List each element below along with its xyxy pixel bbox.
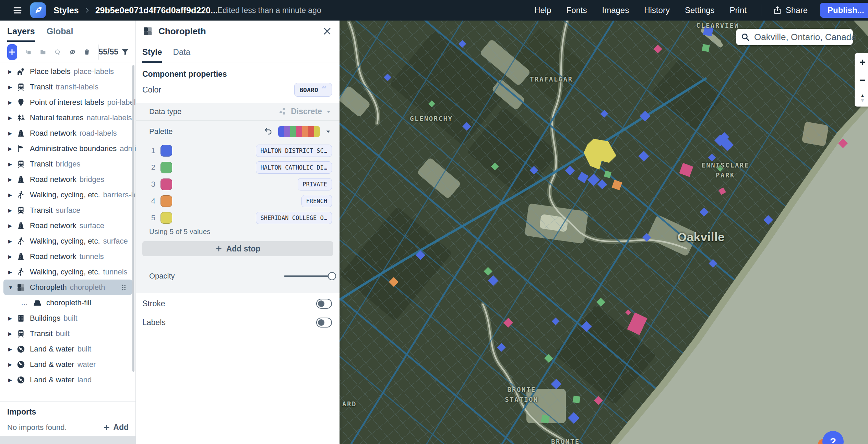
share-button[interactable]: Share [773, 5, 808, 15]
expand-arrow-icon[interactable]: ▶ [8, 238, 16, 244]
nav-link[interactable]: Settings [685, 5, 715, 15]
layer-row[interactable]: ▼ Choropleth choropleth [3, 280, 132, 295]
expand-arrow-icon[interactable]: ▶ [8, 161, 16, 167]
tab-layers[interactable]: Layers [7, 21, 35, 42]
layer-row[interactable]: ▶ Road network tunnels [3, 249, 132, 264]
layer-row[interactable]: ▶ Administrative boundaries admin [3, 141, 132, 156]
palette-stops: 1 HALTON DISTRICT SC… 2 HALTON CATHOLIC … [136, 142, 340, 226]
tab-global[interactable]: Global [47, 21, 73, 42]
zoom-in-button[interactable]: + [855, 53, 868, 71]
opacity-slider[interactable] [284, 272, 332, 281]
stop-value-chip[interactable]: FRENCH [301, 195, 332, 207]
layer-row[interactable]: ▶ Place labels place-labels [3, 64, 132, 79]
expand-arrow-icon[interactable]: ▶ [8, 362, 16, 367]
select-on-map-icon[interactable] [55, 47, 61, 57]
style-menu-icon[interactable] [201, 7, 209, 14]
expand-arrow-icon[interactable]: ▶ [8, 331, 16, 336]
close-icon[interactable] [322, 26, 332, 36]
delete-layer-icon[interactable] [84, 47, 90, 57]
layer-row[interactable]: ▶ Road network road-labels [3, 125, 132, 141]
layer-row[interactable]: ▶ Transit built [3, 326, 132, 341]
stop-color-swatch[interactable] [160, 212, 172, 224]
layer-row[interactable]: ▶ Walking, cycling, etc. tunnels [3, 264, 132, 280]
zoom-out-button[interactable]: − [855, 71, 868, 89]
expand-arrow-icon[interactable]: ▶ [8, 269, 16, 275]
expand-arrow-icon[interactable]: ▶ [8, 192, 16, 198]
duplicate-layer-icon[interactable] [25, 47, 32, 57]
compass-button[interactable]: ▲ ▼ [855, 89, 868, 107]
layer-row[interactable]: ▶ Road network bridges [3, 172, 132, 187]
stop-color-swatch[interactable] [160, 178, 172, 190]
color-value-chip[interactable]: BOARD “ [294, 83, 332, 97]
expand-arrow-icon[interactable]: ▶ [8, 115, 16, 121]
hide-layer-icon[interactable] [69, 47, 76, 57]
menu-icon[interactable] [12, 5, 23, 15]
add-stop-button[interactable]: Add stop [142, 241, 333, 256]
map-canvas[interactable]: CLEARVIEWTRAFALGARGLENORCHYENNISCLARE PA… [340, 21, 868, 444]
mapbox-logo[interactable] [30, 2, 46, 18]
expand-arrow-icon[interactable]: ▼ [8, 285, 16, 290]
nav-link[interactable]: History [644, 5, 670, 15]
expand-arrow-icon[interactable]: ▶ [8, 208, 16, 213]
breadcrumb-styles[interactable]: Styles [53, 5, 79, 15]
nav-link[interactable]: Help [534, 5, 551, 15]
drag-handle-icon[interactable] [119, 283, 128, 292]
layer-row[interactable]: ▶ Transit surface [3, 202, 132, 218]
expand-arrow-icon[interactable]: ... [21, 299, 33, 307]
stop-color-swatch[interactable] [160, 145, 172, 157]
nav-link[interactable]: Fonts [566, 5, 587, 15]
opacity-knob[interactable] [328, 272, 336, 280]
group-layers-icon[interactable] [40, 47, 46, 57]
search-query[interactable]: Oakville, Ontario, Canada [754, 32, 856, 42]
sidebar-scrollbar[interactable] [132, 65, 134, 372]
layer-row[interactable]: ▶ Land & water water [3, 357, 132, 372]
layer-row[interactable]: ▶ Land & water land [3, 372, 132, 387]
nav-link[interactable]: Images [602, 5, 629, 15]
stroke-toggle[interactable] [316, 299, 332, 309]
layer-row[interactable]: ▶ Transit bridges [3, 156, 132, 172]
layer-count[interactable]: 55/55 [98, 47, 129, 57]
style-id[interactable]: 29b5e0e071d4f76d0aff9d220... [95, 5, 198, 15]
layer-row[interactable]: ▶ Point of interest labels poi-labels [3, 95, 132, 110]
stop-color-swatch[interactable] [160, 195, 172, 207]
add-layer-button[interactable] [7, 44, 17, 60]
stop-value-chip[interactable]: PRIVATE [298, 178, 332, 190]
data-type-select[interactable]: Discrete [278, 107, 332, 116]
layer-row[interactable]: ▶ Transit transit-labels [3, 79, 132, 95]
layer-row[interactable]: ▶ Walking, cycling, etc. surface [3, 233, 132, 249]
expand-arrow-icon[interactable]: ▶ [8, 223, 16, 229]
labels-toggle[interactable] [316, 318, 332, 328]
layer-row[interactable]: ▶ Land & water built [3, 341, 132, 357]
layer-row[interactable]: ... choropleth-fill [3, 295, 132, 310]
reset-palette-icon[interactable] [264, 127, 273, 136]
publish-button[interactable]: Publish... [820, 3, 868, 18]
layer-row[interactable]: ▶ Road network surface [3, 218, 132, 233]
expand-arrow-icon[interactable]: ▶ [8, 131, 16, 136]
tab-data[interactable]: Data [173, 42, 190, 62]
palette-dropdown-icon[interactable] [324, 128, 332, 135]
expand-arrow-icon[interactable]: ▶ [8, 146, 16, 151]
palette-preview[interactable] [278, 126, 320, 137]
expand-arrow-icon[interactable]: ▶ [8, 69, 16, 74]
stop-value-chip[interactable]: HALTON DISTRICT SC… [256, 145, 332, 157]
expand-arrow-icon[interactable]: ▶ [8, 177, 16, 182]
expand-arrow-icon[interactable]: ▶ [8, 254, 16, 259]
stop-value-chip[interactable]: HALTON CATHOLIC DI… [256, 161, 332, 174]
tab-style[interactable]: Style [142, 42, 162, 62]
geocoder-search[interactable]: Oakville, Ontario, Canada [736, 29, 853, 45]
expand-arrow-icon[interactable]: ▶ [8, 346, 16, 352]
expand-arrow-icon[interactable]: ▶ [8, 316, 16, 321]
color-property-group: Data type Discrete Palette [136, 103, 340, 293]
expand-arrow-icon[interactable]: ▶ [8, 100, 16, 105]
layer-row[interactable]: ▶ Buildings built [3, 310, 132, 326]
stop-value-chip[interactable]: SHERIDAN COLLEGE O… [256, 212, 332, 224]
expand-arrow-icon[interactable]: ▶ [8, 84, 16, 90]
opacity-row: Opacity [136, 269, 340, 283]
layer-type-icon [33, 298, 42, 307]
stop-color-swatch[interactable] [160, 162, 172, 173]
nav-link[interactable]: Print [730, 5, 747, 15]
layer-row[interactable]: ▶ Walking, cycling, etc. barriers-bridge… [3, 187, 132, 202]
expand-arrow-icon[interactable]: ▶ [8, 377, 16, 383]
layer-row[interactable]: ▶ Natural features natural-labels [3, 110, 132, 125]
add-import-button[interactable]: Add [103, 423, 129, 432]
